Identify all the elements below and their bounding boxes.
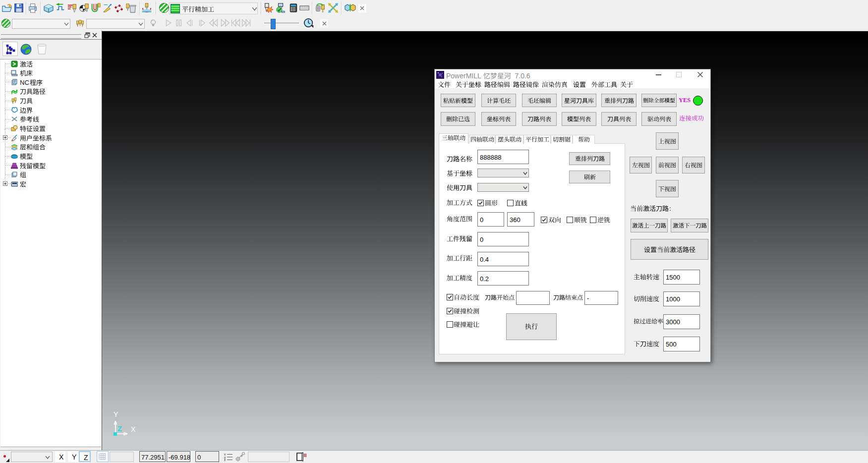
svg-text:X: X [131,425,136,433]
svg-text:Z: Z [117,424,122,433]
svg-text:Y: Y [114,410,118,418]
svg-text:z: z [224,458,226,461]
